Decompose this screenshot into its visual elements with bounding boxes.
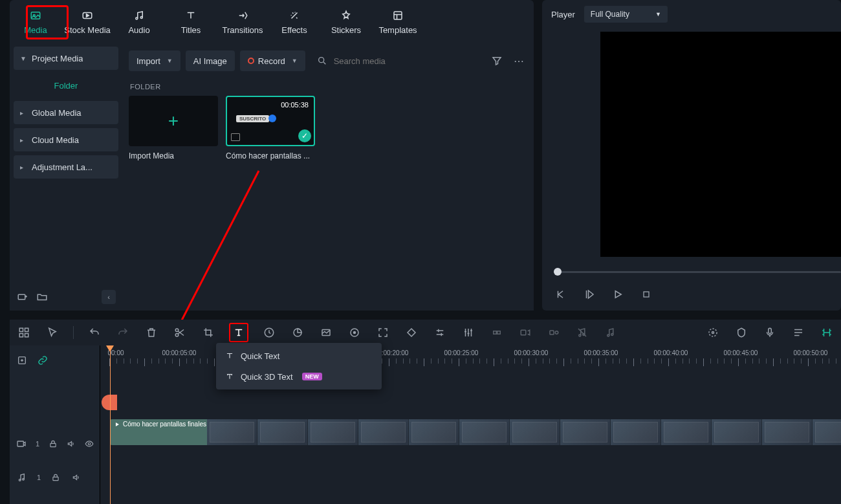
- svg-rect-34: [17, 441, 23, 446]
- mask-icon[interactable]: [318, 325, 334, 340]
- scrub-track: [554, 271, 841, 273]
- add-track-icon[interactable]: [16, 355, 28, 366]
- sidebar-global-media[interactable]: ▸ Global Media: [14, 101, 118, 124]
- audio-track-icon[interactable]: [16, 472, 28, 483]
- render-icon[interactable]: [819, 325, 835, 340]
- link-icon[interactable]: [37, 355, 49, 366]
- svg-point-38: [23, 478, 25, 480]
- split-icon[interactable]: [172, 325, 188, 340]
- tab-stock-media[interactable]: Stock Media: [61, 1, 113, 42]
- mute-icon[interactable]: [67, 438, 76, 450]
- redo-icon[interactable]: [115, 325, 131, 340]
- mic-icon[interactable]: [762, 325, 778, 340]
- ruler-mark-6: 00:00:40:00: [654, 349, 688, 356]
- list-icon[interactable]: [791, 325, 806, 340]
- import-media-tile[interactable]: + Import Media: [129, 96, 218, 160]
- delete-icon[interactable]: [144, 325, 159, 340]
- razor-handle[interactable]: [102, 395, 117, 410]
- undo-icon[interactable]: [87, 325, 102, 340]
- import-button[interactable]: Import ▼: [129, 50, 180, 71]
- timeline-ruler[interactable]: 00:00 00:00:05:00 00:00:20:00 00:00:25:0…: [100, 345, 841, 371]
- mark-in-icon[interactable]: [705, 325, 721, 340]
- tab-media[interactable]: Media: [10, 1, 61, 42]
- color-icon[interactable]: [290, 325, 305, 340]
- tab-effects[interactable]: Effects: [268, 1, 320, 42]
- timeline-clip-1[interactable]: Cómo hacer pantallas finales: [110, 419, 841, 445]
- adjust-icon[interactable]: [432, 325, 448, 340]
- tool-cursor-icon[interactable]: [45, 325, 60, 340]
- sidebar-global-media-label: Global Media: [32, 108, 82, 118]
- crop-icon[interactable]: [201, 325, 216, 340]
- media-clip-1[interactable]: 00:05:38 SUSCRITO ✓ Cómo hacer pantallas…: [226, 96, 315, 160]
- video-viewport[interactable]: [600, 32, 841, 257]
- svg-rect-39: [53, 477, 58, 480]
- svg-rect-32: [769, 328, 772, 333]
- ruler-mark-1: 00:00:05:00: [162, 349, 197, 356]
- search-input[interactable]: [333, 56, 477, 67]
- ai-image-button[interactable]: AI Image: [186, 50, 235, 71]
- detach-audio-icon[interactable]: [518, 325, 533, 340]
- search-media[interactable]: [311, 50, 483, 71]
- fit-icon[interactable]: [375, 325, 391, 340]
- player-scrubber[interactable]: [554, 269, 841, 274]
- keyframe-diamond-icon[interactable]: [404, 325, 419, 340]
- folder-section-label: FOLDER: [130, 83, 527, 91]
- video-track[interactable]: Cómo hacer pantallas finales: [110, 419, 841, 457]
- tool-select-grid-icon[interactable]: [16, 325, 32, 340]
- playhead[interactable]: [110, 345, 111, 504]
- tab-stickers[interactable]: Stickers: [320, 1, 372, 42]
- import-media-box[interactable]: +: [129, 96, 218, 146]
- sidebar-project-media[interactable]: ▼ Project Media: [14, 47, 118, 70]
- sidebar-cloud-media[interactable]: ▸ Cloud Media: [14, 128, 118, 151]
- svg-point-28: [607, 334, 609, 336]
- eye-icon[interactable]: [85, 438, 94, 450]
- tab-audio[interactable]: Audio: [113, 1, 165, 42]
- new-folder-icon[interactable]: [16, 290, 29, 303]
- group-icon[interactable]: [489, 325, 505, 340]
- collapse-sidebar-button[interactable]: ‹: [102, 290, 116, 304]
- titles-icon: [184, 8, 198, 23]
- audio-beat-icon[interactable]: [603, 325, 618, 340]
- more-icon[interactable]: ⋯: [510, 52, 527, 69]
- sidebar-adjustment-layer[interactable]: ▸ Adjustment La...: [14, 155, 118, 179]
- svg-point-37: [19, 479, 21, 481]
- lock-icon[interactable]: [50, 472, 61, 483]
- tab-transitions[interactable]: Transitions: [217, 1, 268, 42]
- sidebar-footer: ‹: [14, 287, 118, 307]
- svg-point-7: [318, 58, 323, 63]
- record-button[interactable]: Record ▼: [240, 50, 305, 71]
- prev-frame-button[interactable]: [554, 287, 568, 301]
- svg-rect-23: [521, 330, 526, 335]
- svg-rect-9: [644, 292, 649, 297]
- player-quality-dropdown[interactable]: Full Quality ▼: [584, 6, 668, 23]
- voiceover-icon[interactable]: [574, 325, 590, 340]
- sidebar-folder[interactable]: Folder: [14, 74, 118, 97]
- filter-icon[interactable]: [488, 52, 505, 69]
- marker-icon[interactable]: [734, 325, 749, 340]
- play-button[interactable]: [611, 287, 625, 301]
- new-badge: NEW: [302, 373, 322, 380]
- tab-templates[interactable]: Templates: [372, 1, 424, 42]
- menu-quick-text[interactable]: Quick Text: [216, 345, 382, 366]
- svg-point-4: [140, 16, 142, 18]
- record-vo-icon[interactable]: [546, 325, 562, 340]
- speed-icon[interactable]: [261, 325, 277, 340]
- text-tool-icon[interactable]: [229, 323, 248, 342]
- stop-button[interactable]: [639, 287, 653, 301]
- folder-icon[interactable]: [36, 290, 49, 303]
- mute-icon[interactable]: [71, 472, 82, 483]
- tab-titles[interactable]: Titles: [165, 1, 217, 42]
- play-pause-button[interactable]: [582, 287, 596, 301]
- menu-quick-3d-text[interactable]: Quick 3D Text NEW: [216, 366, 382, 387]
- audio-mixer-icon[interactable]: [461, 325, 476, 340]
- clip-duration: 00:05:38: [281, 101, 309, 109]
- like-icon: [268, 115, 276, 122]
- scrub-handle[interactable]: [554, 268, 562, 276]
- video-track-icon[interactable]: [16, 438, 27, 450]
- player-quality-value: Full Quality: [591, 10, 629, 19]
- lock-icon[interactable]: [49, 438, 58, 450]
- keyframe-tool-icon[interactable]: [347, 325, 362, 340]
- ai-image-label: AI Image: [193, 56, 227, 66]
- media-clip-1-thumb[interactable]: 00:05:38 SUSCRITO ✓: [226, 96, 315, 146]
- import-media-caption: Import Media: [129, 151, 218, 160]
